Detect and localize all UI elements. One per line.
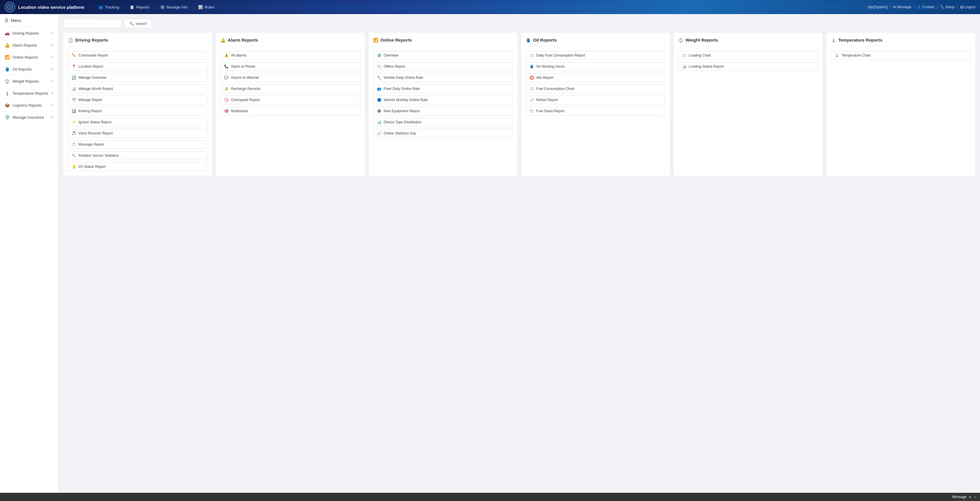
report-icon-overspeed-report: 🚫: [224, 98, 229, 102]
sidebar-item-manage-insurance[interactable]: 🛡️ Manage Insurance ∨: [0, 111, 58, 123]
report-btn-refuel-report[interactable]: 📈Refuel Report: [526, 96, 665, 104]
card-title-oil: 🛢️Oil Reports: [526, 38, 665, 46]
report-btn-all-alarms[interactable]: ⚠️All alarms: [220, 51, 360, 60]
message-link[interactable]: ✉ Message: [893, 5, 911, 9]
user-label[interactable]: zhjc[System]: [868, 5, 888, 9]
report-btn-mileage-report[interactable]: ✂️Mileage Report: [68, 96, 208, 104]
nav-tracking[interactable]: 👥 Tracking: [94, 3, 124, 11]
sidebar-item-oil-reports[interactable]: 🛢️ Oil Reports ∨: [0, 63, 58, 75]
report-btn-overview[interactable]: ⚙️Overview: [373, 51, 513, 60]
card-title-temperature: 🌡️Temperature Reports: [831, 38, 970, 46]
report-btn-offline-report[interactable]: 📉Offline Report: [373, 62, 513, 71]
search-icon: 🔍: [129, 21, 134, 26]
sidebar-item-temperature-reports[interactable]: 🌡️ Temperature Reports ∨: [0, 87, 58, 99]
setup-link[interactable]: 🔧 Setup: [940, 5, 955, 9]
logout-link[interactable]: ⏻ Logout: [960, 5, 975, 9]
report-btn-temperature-chart[interactable]: 🌡️Temperature Chart: [831, 51, 970, 60]
nav-manage-info[interactable]: ⚙️ Manage Info: [156, 3, 192, 11]
alarm-reports-icon: 🔔: [5, 43, 10, 48]
report-btn-parking-report[interactable]: 🅿️Parking Report: [68, 107, 208, 115]
logo-icon: [5, 2, 15, 12]
report-btn-igntion-status-report[interactable]: ⚡Igntion Status Report: [68, 118, 208, 126]
report-icon-vechile-daily-online-rate: 🔧: [377, 76, 382, 80]
report-btn-vehicle-monthly-online-rate[interactable]: 🔵Vehicle Monthly Online Rate: [373, 96, 513, 104]
sidebar-item-alarm-reports[interactable]: 🔔 Alarm Reports ∨: [0, 39, 58, 51]
report-btn-recharge-records[interactable]: 🔋Recharge Records: [220, 85, 360, 93]
report-btn-message-report[interactable]: 📩Message Report: [68, 140, 208, 149]
sidebar-item-logistics-reports[interactable]: 📦 Logistics Reports ∨: [0, 99, 58, 111]
main-nav: 👥 Tracking 📋 Reports ⚙️ Manage Info 📊 Ru…: [94, 3, 868, 11]
weight-reports-icon: ⚖️: [5, 79, 10, 83]
report-btn-idle-report[interactable]: ⭕Idle Report: [526, 73, 665, 82]
report-btn-fleet-daily-online-rate[interactable]: 👥Fleet Daily Online Rate: [373, 85, 513, 93]
sidebar-item-weight-reports[interactable]: ⚖️ Weight Reports ∨: [0, 75, 58, 87]
app-title: Location video service platform: [18, 5, 84, 10]
status-message: Message: [952, 495, 967, 499]
report-btn-rotation-sensor-statistics[interactable]: 🔧Rotation Sensor Statistics: [68, 151, 208, 160]
report-icon-mileage-overview: 🔄: [72, 76, 76, 80]
report-icon-recharge-records: 🔋: [224, 87, 229, 91]
sidebar-item-online-reports[interactable]: 📶 Online Reports ∨: [0, 51, 58, 63]
report-btn-alarm-to-phone[interactable]: 📞Alarm to Phone: [220, 62, 360, 71]
report-btn-alarms-to-wechat[interactable]: 💬Alarms to Wechat: [220, 73, 360, 82]
report-icon-i-o-status-report: 💡: [72, 165, 76, 169]
report-btn-loading-chart[interactable]: 🕐Loading Chart: [678, 51, 818, 60]
report-btn-mileage-month-report[interactable]: 📊Mileage Month Report: [68, 85, 208, 93]
report-icon-loading-status-report: 📊: [682, 64, 686, 69]
search-input[interactable]: [63, 19, 122, 28]
main-layout: ☰ Menu 🚗 Driving Reports ∨ 🔔 Alarm Repor…: [0, 14, 980, 493]
report-btn-fuel-consumption-chart[interactable]: 🕐Fuel Consumption Chart: [526, 85, 665, 93]
report-btn-online-statistics-day[interactable]: 📈Online Statistics Day: [373, 129, 513, 138]
report-btn-multimedia[interactable]: 🎯Multimedia: [220, 107, 360, 115]
report-btn-oil-working-hours[interactable]: 🛢️Oil Working Hours: [526, 62, 665, 71]
report-icon-idle-report: ⭕: [530, 76, 534, 80]
report-icon-alarms-to-wechat: 💬: [224, 76, 229, 80]
nav-reports[interactable]: 📋 Reports: [125, 3, 154, 11]
report-icon-rotation-sensor-statistics: 🔧: [72, 153, 76, 158]
card-title-icon-weight: ⚖️: [678, 38, 683, 43]
tracking-icon: 👥: [99, 5, 103, 10]
report-btn-i-o-status-report[interactable]: 💡I/O Status Report: [68, 162, 208, 171]
cards-grid: 📋Driving Reports✏️Commands Report📍Locati…: [63, 33, 975, 176]
card-title-online: 📶Online Reports: [373, 38, 513, 46]
report-icon-fuel-down-report: 📉: [530, 109, 534, 113]
report-btn-mileage-overview[interactable]: 🔄Mileage Overview: [68, 73, 208, 82]
report-icon-mileage-report: ✂️: [72, 98, 76, 102]
contact-link[interactable]: 👤 Contact: [917, 5, 934, 9]
report-btn-location-report[interactable]: 📍Location Report: [68, 62, 208, 71]
card-title-alarm: 🔔Alarm Reports: [220, 38, 360, 46]
report-icon-all-alarms: ⚠️: [224, 53, 229, 57]
card-weight: ⚖️Weight Reports🕐Loading Chart📊Loading S…: [673, 33, 822, 176]
search-bar: 🔍 search: [63, 19, 975, 28]
report-icon-offline-report: 📉: [377, 64, 382, 69]
report-btn-voice-records-report[interactable]: 🎵Voice Records Report: [68, 129, 208, 138]
status-copy-icon[interactable]: ⧉: [969, 495, 971, 499]
card-title-icon-online: 📶: [373, 38, 378, 43]
search-button[interactable]: 🔍 search: [124, 19, 152, 28]
card-title-icon-temperature: 🌡️: [831, 38, 836, 43]
menu-icon: ☰: [5, 18, 8, 23]
report-btn-new-equipment-report[interactable]: ➕New Equipment Report: [373, 107, 513, 115]
card-title-icon-driving: 📋: [68, 38, 73, 43]
report-icon-overview: ⚙️: [377, 53, 382, 57]
report-btn-daily-fuel-consumption-report[interactable]: 🕐Daily Fuel Consumption Report: [526, 51, 665, 60]
chevron-down-icon: ∨: [51, 31, 54, 35]
nav-rules[interactable]: 📊 Rules: [194, 3, 219, 11]
report-btn-vechile-daily-online-rate[interactable]: 🔧Vechile Daily Online Rate: [373, 73, 513, 82]
report-btn-device-type-distribution[interactable]: 📊Device Type Distribution: [373, 118, 513, 126]
chevron-down-icon-5: ∨: [51, 80, 54, 83]
chevron-down-icon-7: ∨: [51, 104, 54, 107]
report-btn-commands-report[interactable]: ✏️Commands Report: [68, 51, 208, 60]
report-icon-vehicle-monthly-online-rate: 🔵: [377, 98, 382, 102]
report-icon-oil-working-hours: 🛢️: [530, 64, 534, 69]
status-minimize-icon[interactable]: ▭: [974, 495, 977, 499]
report-icon-location-report: 📍: [72, 64, 76, 69]
report-icon-new-equipment-report: ➕: [377, 109, 382, 113]
online-reports-icon: 📶: [5, 55, 10, 59]
report-btn-fuel-down-report[interactable]: 📉Fuel Down Report: [526, 107, 665, 115]
report-btn-loading-status-report[interactable]: 📊Loading Status Report: [678, 62, 818, 71]
sidebar-item-driving-reports[interactable]: 🚗 Driving Reports ∨: [0, 27, 58, 39]
chevron-down-icon-8: ∨: [51, 115, 54, 119]
report-items-temperature: 🌡️Temperature Chart: [831, 51, 970, 60]
report-btn-overspeed-report[interactable]: 🚫Overspeed Report: [220, 96, 360, 104]
